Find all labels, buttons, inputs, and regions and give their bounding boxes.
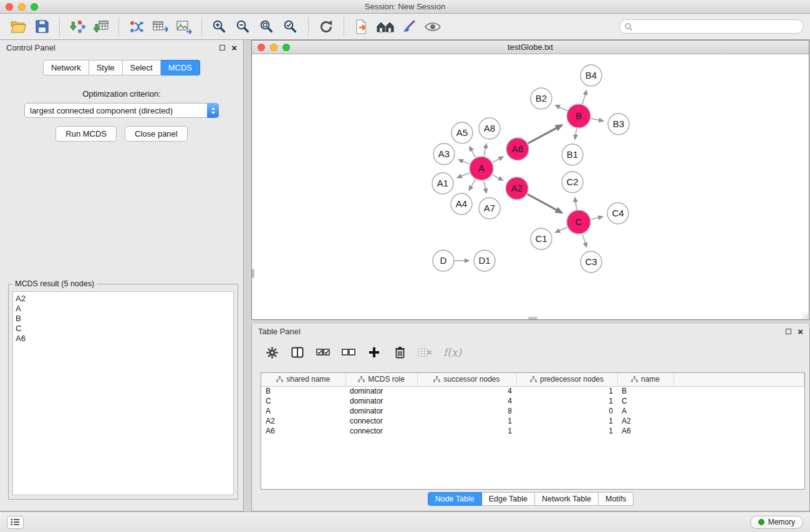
table-row[interactable]: Adominator80A xyxy=(261,406,804,416)
graph-node[interactable]: B2 xyxy=(531,88,552,109)
first-neighbors-button[interactable] xyxy=(350,16,374,37)
column-header[interactable]: MCDS role xyxy=(345,373,417,386)
vertical-scrollbar-thumb[interactable] xyxy=(252,269,254,278)
close-panel-button[interactable]: Close panel xyxy=(125,126,188,142)
list-item[interactable]: A6 xyxy=(16,334,233,344)
horizontal-scrollbar-thumb[interactable] xyxy=(528,317,538,319)
network-minimize-button[interactable] xyxy=(270,44,277,51)
float-table-panel-button[interactable] xyxy=(786,329,791,334)
graph-edge[interactable] xyxy=(458,160,470,164)
minimize-window-button[interactable] xyxy=(18,3,26,11)
graph-node[interactable]: C3 xyxy=(581,251,602,273)
show-graphics-details-button[interactable] xyxy=(421,16,445,37)
graph-node[interactable]: C1 xyxy=(531,228,552,249)
column-header[interactable]: shared name xyxy=(261,373,345,386)
graph-edge[interactable] xyxy=(493,157,503,162)
memory-button[interactable]: Memory xyxy=(750,516,803,529)
network-maximize-button[interactable] xyxy=(282,44,290,51)
graph-node[interactable]: C2 xyxy=(562,172,583,193)
refresh-layout-button[interactable] xyxy=(314,16,338,37)
import-network-button[interactable] xyxy=(65,16,89,37)
graph-node[interactable]: C4 xyxy=(607,203,629,224)
tab-select[interactable]: Select xyxy=(123,60,161,75)
zoom-selected-button[interactable] xyxy=(279,16,302,37)
graph-edge[interactable] xyxy=(556,105,567,111)
graph-node[interactable]: A3 xyxy=(433,143,455,165)
tab-network-table[interactable]: Network Table xyxy=(535,492,599,506)
zoom-fit-button[interactable] xyxy=(255,16,279,37)
search-box[interactable] xyxy=(619,19,804,34)
network-view[interactable]: B4B2BB3A5A8A6B1A3AC2A1A2A4A7C4CC1DD1C3 xyxy=(252,54,809,319)
graph-node[interactable]: C xyxy=(567,210,591,234)
search-input[interactable] xyxy=(633,21,803,32)
table-row[interactable]: Bdominator41B xyxy=(261,386,804,396)
open-file-button[interactable] xyxy=(6,16,30,37)
graph-edge[interactable] xyxy=(484,181,486,193)
export-network-button[interactable] xyxy=(125,16,148,37)
tab-motifs[interactable]: Motifs xyxy=(599,492,634,506)
close-table-panel-icon[interactable]: × xyxy=(798,329,803,334)
criterion-dropdown[interactable]: largest connected component (directed) xyxy=(24,103,219,118)
list-item[interactable]: A2 xyxy=(16,294,233,304)
graph-node[interactable]: A2 xyxy=(506,177,528,200)
graph-node[interactable]: A7 xyxy=(479,198,500,219)
graph-node[interactable]: A1 xyxy=(432,173,453,194)
graph-node[interactable]: A8 xyxy=(479,118,500,139)
zoom-in-button[interactable] xyxy=(208,16,231,37)
export-image-button[interactable] xyxy=(172,16,196,37)
mcds-result-list[interactable]: A2ABCA6 xyxy=(12,291,234,495)
export-table-button[interactable] xyxy=(148,16,172,37)
run-mcds-button[interactable]: Run MCDS xyxy=(55,126,117,142)
table-row[interactable]: A6connector11A6 xyxy=(261,426,804,436)
style-brush-button[interactable] xyxy=(397,16,421,37)
close-window-button[interactable] xyxy=(6,3,13,11)
graph-node[interactable]: D xyxy=(433,250,454,271)
table-row[interactable]: Cdominator41C xyxy=(261,396,804,406)
network-graph[interactable]: B4B2BB3A5A8A6B1A3AC2A1A2A4A7C4CC1DD1C3 xyxy=(252,54,809,319)
graph-edge[interactable] xyxy=(469,179,475,190)
graph-node[interactable]: B3 xyxy=(608,114,629,135)
show-columns-button[interactable] xyxy=(290,345,305,360)
graph-edge[interactable] xyxy=(484,143,486,156)
tab-edge-table[interactable]: Edge Table xyxy=(482,492,535,506)
select-all-rows-button[interactable] xyxy=(316,345,330,360)
graph-edge[interactable] xyxy=(528,125,562,143)
graph-edge[interactable] xyxy=(556,227,567,233)
graph-edge[interactable] xyxy=(470,147,476,157)
graph-node[interactable]: B xyxy=(567,104,591,128)
column-header[interactable]: successor nodes xyxy=(417,373,516,386)
resize-grip[interactable] xyxy=(802,312,808,319)
graph-node[interactable]: A6 xyxy=(506,138,529,160)
add-column-button[interactable] xyxy=(367,345,382,360)
tab-network[interactable]: Network xyxy=(43,60,89,75)
save-session-button[interactable] xyxy=(30,16,54,37)
network-overview-button[interactable] xyxy=(374,16,397,37)
list-item[interactable]: B xyxy=(16,314,233,324)
graph-node[interactable]: B4 xyxy=(581,65,602,86)
graph-node[interactable]: D1 xyxy=(474,250,495,271)
column-header[interactable]: name xyxy=(617,373,673,386)
graph-edge[interactable] xyxy=(575,198,577,210)
graph-edge[interactable] xyxy=(582,90,587,104)
graph-node[interactable]: B1 xyxy=(562,144,583,165)
graph-edge[interactable] xyxy=(575,128,577,140)
graph-edge[interactable] xyxy=(457,173,470,178)
column-header[interactable]: predecessor nodes xyxy=(516,373,617,386)
import-table-button[interactable] xyxy=(89,16,113,37)
deselect-all-rows-button[interactable] xyxy=(341,345,356,360)
graph-edge[interactable] xyxy=(582,234,587,247)
tab-mcds[interactable]: MCDS xyxy=(161,60,200,75)
maximize-window-button[interactable] xyxy=(31,3,38,11)
network-close-button[interactable] xyxy=(258,44,265,51)
graph-edge[interactable] xyxy=(528,194,562,213)
graph-node[interactable]: A4 xyxy=(451,193,472,215)
graph-edge[interactable] xyxy=(492,175,503,180)
function-builder-button[interactable]: f(x) xyxy=(443,346,461,359)
delete-column-button[interactable] xyxy=(392,345,407,360)
graph-edge[interactable] xyxy=(591,118,604,121)
close-panel-icon[interactable]: × xyxy=(231,45,237,51)
tab-style[interactable]: Style xyxy=(89,60,123,75)
graph-edge[interactable] xyxy=(591,216,603,219)
list-item[interactable]: C xyxy=(16,324,233,334)
delete-table-button[interactable] xyxy=(418,345,433,360)
